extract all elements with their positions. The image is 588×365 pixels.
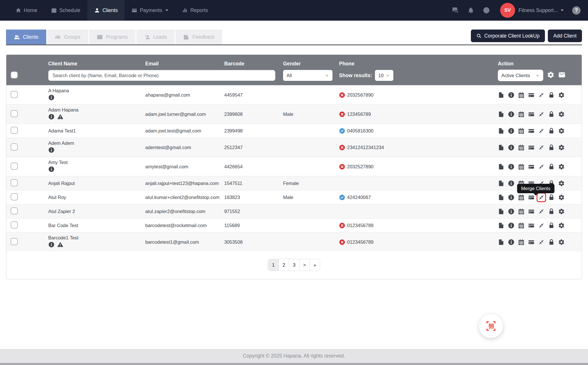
info-badge-icon[interactable] [48, 114, 55, 121]
info-action-icon[interactable] [508, 239, 514, 245]
nav-item-clients[interactable]: Clients [87, 0, 125, 21]
merge-action-icon[interactable] [538, 92, 545, 98]
corporate-client-lookup-button[interactable]: Corporate Client LookUp [471, 30, 545, 42]
info-action-icon[interactable] [508, 144, 514, 151]
gear-icon[interactable] [547, 71, 554, 80]
lock-action-icon[interactable] [548, 144, 555, 151]
lock-action-icon[interactable] [548, 208, 555, 215]
client-name[interactable]: A Hapana [48, 88, 145, 93]
warning-badge-icon[interactable] [57, 241, 63, 249]
row-checkbox[interactable] [11, 163, 18, 170]
settings-action-icon[interactable] [558, 194, 565, 201]
client-name[interactable]: Anjali Rajput [48, 181, 145, 186]
page-button-last[interactable]: » [310, 259, 320, 271]
row-checkbox[interactable] [11, 179, 18, 186]
merge-action-icon[interactable] [538, 111, 545, 118]
row-checkbox[interactable] [11, 110, 18, 117]
calendar-action-icon[interactable] [518, 163, 525, 170]
lock-action-icon[interactable] [548, 163, 555, 170]
show-results-select[interactable]: 10 [375, 70, 393, 81]
document-action-icon[interactable] [498, 111, 504, 118]
payment-action-icon[interactable] [528, 208, 535, 215]
settings-action-icon[interactable] [558, 128, 565, 134]
document-action-icon[interactable] [498, 194, 504, 201]
info-badge-icon[interactable] [48, 166, 55, 173]
merge-action-icon[interactable] [538, 128, 545, 134]
document-action-icon[interactable] [498, 180, 504, 187]
row-checkbox[interactable] [11, 91, 18, 98]
settings-action-icon[interactable] [558, 239, 565, 245]
row-checkbox[interactable] [11, 127, 18, 134]
settings-action-icon[interactable] [558, 180, 565, 187]
chat-icon[interactable] [452, 7, 459, 14]
client-name[interactable]: Adama Test1 [48, 128, 145, 133]
settings-action-icon[interactable] [558, 222, 565, 229]
user-menu[interactable]: Fitness Support... [519, 7, 564, 13]
document-action-icon[interactable] [498, 92, 504, 98]
warning-badge-icon[interactable] [57, 114, 63, 121]
merge-action-icon[interactable] [538, 144, 545, 151]
tab-clients[interactable]: Clients [6, 30, 46, 44]
settings-action-icon[interactable] [558, 144, 565, 151]
info-action-icon[interactable] [508, 92, 514, 98]
tab-leads[interactable]: Leads [136, 30, 175, 44]
payment-action-icon[interactable] [528, 128, 535, 134]
select-all-checkbox[interactable] [11, 71, 18, 79]
merge-action-icon[interactable] [538, 163, 545, 170]
nav-item-home[interactable]: Home [9, 0, 44, 21]
document-action-icon[interactable] [498, 239, 504, 245]
info-action-icon[interactable] [508, 128, 514, 134]
info-action-icon[interactable] [508, 180, 514, 187]
calendar-action-icon[interactable] [518, 144, 525, 151]
document-action-icon[interactable] [498, 222, 504, 229]
row-checkbox[interactable] [11, 143, 18, 151]
client-status-select[interactable]: Active Clients [498, 70, 543, 81]
payment-action-icon[interactable] [528, 111, 535, 118]
info-action-icon[interactable] [508, 163, 514, 170]
payment-action-icon[interactable] [528, 163, 535, 170]
search-input[interactable] [48, 70, 275, 81]
document-action-icon[interactable] [498, 128, 504, 134]
client-name[interactable]: Adam Hapana [48, 107, 145, 112]
document-action-icon[interactable] [498, 208, 504, 215]
info-action-icon[interactable] [508, 194, 514, 201]
client-name[interactable]: Atul Zapier 2 [48, 209, 145, 214]
nav-item-schedule[interactable]: Schedule [44, 0, 87, 21]
calendar-action-icon[interactable] [518, 208, 525, 215]
lock-action-icon[interactable] [548, 128, 555, 134]
calendar-action-icon[interactable] [518, 194, 525, 201]
page-button-3[interactable]: 3 [289, 259, 299, 271]
calendar-action-icon[interactable] [518, 92, 525, 98]
lock-action-icon[interactable] [548, 92, 555, 98]
document-action-icon[interactable] [498, 163, 504, 170]
gender-filter-select[interactable]: All [283, 70, 332, 81]
lock-action-icon[interactable] [548, 222, 555, 229]
client-name[interactable]: Bar Code Test [48, 223, 145, 228]
bell-icon[interactable] [467, 7, 474, 14]
help-icon[interactable]: ? [572, 6, 581, 15]
page-button-2[interactable]: 2 [278, 259, 289, 271]
tab-programs[interactable]: Programs [89, 30, 136, 44]
client-name[interactable]: Atul Roy [48, 195, 145, 200]
avatar[interactable]: SV [500, 3, 515, 18]
settings-action-icon[interactable] [558, 208, 565, 215]
lock-action-icon[interactable] [548, 239, 555, 245]
lock-action-icon[interactable] [548, 194, 555, 201]
payment-action-icon[interactable] [528, 239, 535, 245]
tab-feedback[interactable]: Feedback [175, 30, 222, 44]
page-button-next[interactable]: > [299, 259, 310, 271]
client-name[interactable]: Adem Adem [48, 140, 145, 146]
envelope-icon[interactable] [558, 71, 566, 80]
info-action-icon[interactable] [508, 222, 514, 229]
calendar-action-icon[interactable] [518, 222, 525, 229]
info-action-icon[interactable] [508, 111, 514, 118]
settings-action-icon[interactable] [558, 163, 565, 170]
settings-action-icon[interactable] [558, 92, 565, 98]
row-checkbox[interactable] [11, 207, 18, 214]
add-client-button[interactable]: Add Client [548, 30, 582, 42]
calendar-action-icon[interactable] [518, 128, 525, 134]
merge-action-icon[interactable] [538, 208, 545, 215]
clock-icon[interactable] [483, 7, 490, 14]
client-name[interactable]: Amy Test [48, 160, 145, 165]
merge-action-icon[interactable] [538, 222, 545, 229]
